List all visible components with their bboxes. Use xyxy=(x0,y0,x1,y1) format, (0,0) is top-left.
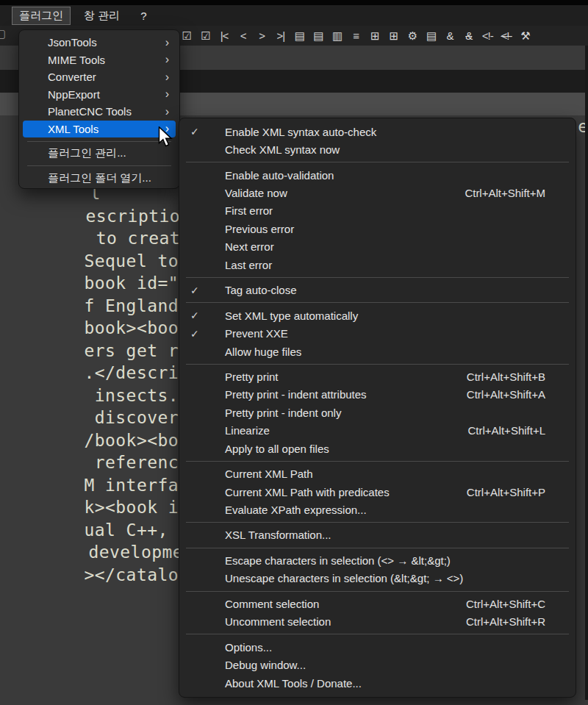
menubar-item-item[interactable]: 플러그인 xyxy=(12,7,71,25)
menu-item-label: Current XML Path with predicates xyxy=(225,486,390,498)
xml-menu-item-linearize[interactable]: ✓ Linearize Ctrl+Alt+Shift+L › xyxy=(182,422,573,440)
escape-characters-icon[interactable]: & xyxy=(440,26,459,46)
current-xml-path-icon[interactable]: ⊞ xyxy=(365,26,384,46)
validate-xml-icon[interactable]: ☑ xyxy=(196,26,215,46)
menu-item-label: MIME Tools xyxy=(48,54,105,66)
menu-separator-line xyxy=(186,634,569,634)
xml-menu-item-comment-selection[interactable]: ✓ Comment selection Ctrl+Alt+Shift+C › xyxy=(182,595,573,612)
xml-menu-item-pretty-print[interactable]: ✓ Pretty print Ctrl+Alt+Shift+B › xyxy=(182,368,573,385)
xml-path-predicates-icon[interactable]: ⊞ xyxy=(384,26,404,46)
menu-item-label: Allow huge files xyxy=(225,346,301,358)
menu-item-label: Unescape characters in selection (&lt;&g… xyxy=(225,572,463,584)
menu-item-label: Apply to all open files xyxy=(225,443,329,455)
xml-menu-item-enable-auto-validation[interactable]: ✓ Enable auto-validation › xyxy=(182,166,573,184)
previous-error-icon[interactable]: < xyxy=(234,26,253,46)
linearize-icon[interactable]: ≡ xyxy=(346,26,365,46)
xml-menu-item-uncomment-selection[interactable]: ✓ Uncomment selection Ctrl+Alt+Shift+R › xyxy=(182,613,573,631)
menubar-item-label: 플러그인 xyxy=(19,9,63,21)
menu-item-label: Current XML Path xyxy=(225,468,313,480)
menubar-item-item[interactable]: 창 관리 xyxy=(76,7,127,25)
unescape-characters-icon[interactable]: & xyxy=(459,26,478,46)
plugins-menu-item-planetcnc-tools[interactable]: ✓ PlanetCNC Tools › xyxy=(23,103,176,121)
evaluate-xpath-icon[interactable]: ⚙ xyxy=(403,26,422,46)
next-error-icon[interactable]: > xyxy=(252,26,271,46)
xml-menu-item-pretty-print-indent-only[interactable]: ✓ Pretty print - indent only › xyxy=(182,404,573,421)
menu-separator-line xyxy=(186,591,569,592)
menu-item-label: Options... xyxy=(225,641,272,654)
menu-item-label: Comment selection xyxy=(225,598,319,610)
xml-menu-item-debug-window[interactable]: ✓ Debug window... › xyxy=(182,656,573,673)
xml-menu-item-last-error[interactable]: ✓ Last error › xyxy=(182,256,573,273)
menu-separator-line xyxy=(186,277,569,278)
pretty-print-indent-only-icon[interactable]: ▥ xyxy=(328,26,347,46)
plugins-menu-item-item[interactable]: ✓ 플러그인 관리... › xyxy=(23,145,176,162)
menu-separator-line xyxy=(186,522,569,523)
menubar-item-label: ? xyxy=(140,10,146,22)
xml-menu-item-previous-error[interactable]: ✓ Previous error › xyxy=(182,220,573,237)
xml-menu-item-enable-xml-syntax-auto-check[interactable]: ✓ Enable XML syntax auto-check › xyxy=(182,123,573,140)
plugins-menu: ✓ JsonTools › ✓ MIME Tools › ✓ Converter… xyxy=(18,29,180,189)
xml-menu-item-prevent-xxe[interactable]: ✓ Prevent XXE › xyxy=(182,324,573,342)
xsl-transformation-icon[interactable]: ▤ xyxy=(422,26,441,46)
partial-toolbar-icon: ▢ xyxy=(0,26,6,40)
options-wrench-icon[interactable]: ⚒ xyxy=(516,26,535,46)
xml-menu-item-evaluate-xpath-expression[interactable]: ✓ Evaluate XPath expression... › xyxy=(182,501,573,518)
xml-menu-item-pretty-print-indent-attributes[interactable]: ✓ Pretty print - indent attributes Ctrl+… xyxy=(182,386,573,404)
menubar-item-item[interactable]: ? xyxy=(133,7,154,24)
xml-menu-item-xsl-transformation[interactable]: ✓ XSL Transformation... › xyxy=(182,526,573,544)
xml-menu-item-about-xml-tools-donate[interactable]: ✓ About XML Tools / Donate... › xyxy=(182,674,573,692)
menu-item-label: Previous error xyxy=(225,223,294,235)
menu-separator-line xyxy=(186,162,569,162)
xml-menu-item-next-error[interactable]: ✓ Next error › xyxy=(182,238,573,256)
plugins-menu-item-item[interactable]: ✓ 플러그인 폴더 열기... › xyxy=(23,170,176,187)
xml-menu-item-apply-to-all-open-files[interactable]: ✓ Apply to all open files › xyxy=(182,440,573,457)
window-right-edge xyxy=(585,46,588,700)
menu-item-label: Linearize xyxy=(225,424,270,437)
xml-menu-item-current-xml-path-with-predicates[interactable]: ✓ Current XML Path with predicates Ctrl+… xyxy=(182,483,573,501)
menu-item-label: XSL Transformation... xyxy=(225,529,331,541)
plugins-menu-item-jsontools[interactable]: ✓ JsonTools › xyxy=(23,34,176,51)
menu-separator: ✓ › xyxy=(182,519,573,526)
xml-menu-item-allow-huge-files[interactable]: ✓ Allow huge files › xyxy=(182,343,573,360)
menu-separator: ✓ › xyxy=(182,587,573,595)
menu-item-label: Escape characters in selection (<> → &lt… xyxy=(225,554,451,567)
xml-menu-item-unescape-characters-in-selection-lt-gt[interactable]: ✓ Unescape characters in selection (&lt;… xyxy=(182,570,573,587)
comment-selection-icon[interactable]: <!- xyxy=(478,26,498,46)
xml-menu-item-check-xml-syntax-now[interactable]: ✓ Check XML syntax now › xyxy=(182,140,573,158)
menu-item-label: Enable auto-validation xyxy=(225,169,334,182)
menu-item-label: Validate now xyxy=(225,187,287,199)
menu-separator-line xyxy=(186,364,569,365)
plugins-menu-item-mime-tools[interactable]: ✓ MIME Tools › xyxy=(23,51,176,69)
menu-bar: 플러그인 창 관리 ? xyxy=(0,5,588,26)
xml-menu-item-set-xml-type-automatically[interactable]: ✓ Set XML type automatically › xyxy=(182,307,573,324)
menu-separator: ✓ › xyxy=(182,360,573,368)
xml-menu-item-validate-now[interactable]: ✓ Validate now Ctrl+Alt+Shift+M › xyxy=(182,184,573,201)
menu-separator: ✓ › xyxy=(182,631,573,638)
menu-item-label: First error xyxy=(225,204,273,217)
menu-item-shortcut: Ctrl+Alt+Shift+R xyxy=(466,615,545,628)
last-error-icon[interactable]: >| xyxy=(271,26,290,46)
menu-item-label: Next error xyxy=(225,240,274,253)
menu-item-label: Set XML type automatically xyxy=(225,309,358,322)
plugins-menu-item-nppexport[interactable]: ✓ NppExport › xyxy=(23,86,176,104)
plugins-menu-item-converter[interactable]: ✓ Converter › xyxy=(23,68,176,86)
menu-item-label: Prevent XXE xyxy=(225,327,288,340)
xml-menu-item-escape-characters-in-selection-lt-gt[interactable]: ✓ Escape characters in selection (<> → &… xyxy=(182,551,573,569)
chevron-right-icon: › xyxy=(165,88,169,100)
checkmark-icon: ✓ xyxy=(190,284,199,296)
xml-menu-item-options[interactable]: ✓ Options... › xyxy=(182,638,573,656)
menu-separator-line xyxy=(186,302,569,303)
menu-separator-line xyxy=(27,165,171,166)
pretty-print-icon[interactable]: ▤ xyxy=(290,26,309,46)
first-error-icon[interactable]: |< xyxy=(215,26,234,46)
menu-separator: ✓ › xyxy=(182,544,573,551)
uncomment-selection-icon[interactable]: <!- xyxy=(497,26,516,46)
menu-item-label: Pretty print xyxy=(225,371,279,383)
plugins-menu-item-xml-tools[interactable]: ✓ XML Tools › xyxy=(23,121,176,138)
xml-menu-item-current-xml-path[interactable]: ✓ Current XML Path › xyxy=(182,465,573,482)
menu-item-shortcut: Ctrl+Alt+Shift+C xyxy=(466,598,545,610)
xml-menu-item-tag-auto-close[interactable]: ✓ Tag auto-close › xyxy=(182,282,573,299)
xml-menu-item-first-error[interactable]: ✓ First error › xyxy=(182,202,573,220)
xml-tools-submenu: ✓ Enable XML syntax auto-check › ✓ Check… xyxy=(179,118,576,698)
pretty-print-attributes-icon[interactable]: ▤ xyxy=(309,26,328,46)
